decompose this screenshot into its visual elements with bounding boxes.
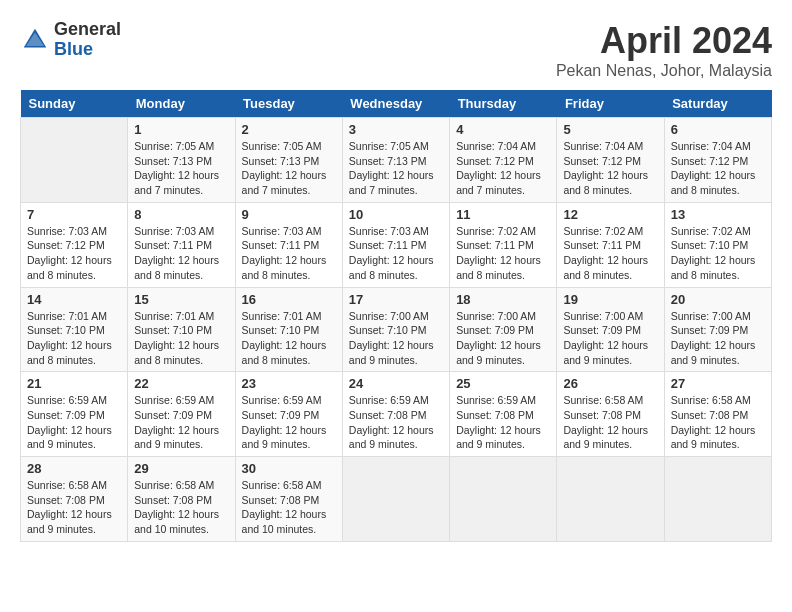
- day-number: 21: [27, 376, 121, 391]
- day-number: 18: [456, 292, 550, 307]
- day-number: 29: [134, 461, 228, 476]
- day-info: Sunrise: 7:00 AM Sunset: 7:09 PM Dayligh…: [456, 309, 550, 368]
- calendar-cell: 19Sunrise: 7:00 AM Sunset: 7:09 PM Dayli…: [557, 287, 664, 372]
- day-number: 6: [671, 122, 765, 137]
- day-number: 14: [27, 292, 121, 307]
- day-number: 20: [671, 292, 765, 307]
- day-number: 24: [349, 376, 443, 391]
- calendar-cell: 4Sunrise: 7:04 AM Sunset: 7:12 PM Daylig…: [450, 118, 557, 203]
- day-number: 7: [27, 207, 121, 222]
- page-title: April 2024: [556, 20, 772, 62]
- logo-blue-text: Blue: [54, 40, 121, 60]
- calendar-cell: 2Sunrise: 7:05 AM Sunset: 7:13 PM Daylig…: [235, 118, 342, 203]
- day-info: Sunrise: 7:04 AM Sunset: 7:12 PM Dayligh…: [563, 139, 657, 198]
- calendar-cell: 16Sunrise: 7:01 AM Sunset: 7:10 PM Dayli…: [235, 287, 342, 372]
- calendar-week-row: 7Sunrise: 7:03 AM Sunset: 7:12 PM Daylig…: [21, 202, 772, 287]
- logo-text: General Blue: [54, 20, 121, 60]
- day-info: Sunrise: 7:00 AM Sunset: 7:09 PM Dayligh…: [671, 309, 765, 368]
- day-number: 22: [134, 376, 228, 391]
- calendar-cell: 10Sunrise: 7:03 AM Sunset: 7:11 PM Dayli…: [342, 202, 449, 287]
- day-info: Sunrise: 7:04 AM Sunset: 7:12 PM Dayligh…: [671, 139, 765, 198]
- day-number: 30: [242, 461, 336, 476]
- day-info: Sunrise: 7:01 AM Sunset: 7:10 PM Dayligh…: [242, 309, 336, 368]
- day-info: Sunrise: 6:58 AM Sunset: 7:08 PM Dayligh…: [563, 393, 657, 452]
- calendar-week-row: 1Sunrise: 7:05 AM Sunset: 7:13 PM Daylig…: [21, 118, 772, 203]
- day-info: Sunrise: 7:02 AM Sunset: 7:11 PM Dayligh…: [563, 224, 657, 283]
- calendar-day-header: Sunday: [21, 90, 128, 118]
- calendar-day-header: Friday: [557, 90, 664, 118]
- calendar-day-header: Monday: [128, 90, 235, 118]
- day-info: Sunrise: 7:02 AM Sunset: 7:11 PM Dayligh…: [456, 224, 550, 283]
- day-number: 25: [456, 376, 550, 391]
- calendar-cell: 29Sunrise: 6:58 AM Sunset: 7:08 PM Dayli…: [128, 457, 235, 542]
- calendar-cell: 9Sunrise: 7:03 AM Sunset: 7:11 PM Daylig…: [235, 202, 342, 287]
- calendar-header-row: SundayMondayTuesdayWednesdayThursdayFrid…: [21, 90, 772, 118]
- day-info: Sunrise: 6:59 AM Sunset: 7:09 PM Dayligh…: [134, 393, 228, 452]
- day-info: Sunrise: 7:05 AM Sunset: 7:13 PM Dayligh…: [349, 139, 443, 198]
- calendar-cell: 21Sunrise: 6:59 AM Sunset: 7:09 PM Dayli…: [21, 372, 128, 457]
- day-number: 3: [349, 122, 443, 137]
- calendar-cell: 14Sunrise: 7:01 AM Sunset: 7:10 PM Dayli…: [21, 287, 128, 372]
- calendar-day-header: Thursday: [450, 90, 557, 118]
- day-number: 28: [27, 461, 121, 476]
- calendar-cell: 23Sunrise: 6:59 AM Sunset: 7:09 PM Dayli…: [235, 372, 342, 457]
- calendar-cell: 30Sunrise: 6:58 AM Sunset: 7:08 PM Dayli…: [235, 457, 342, 542]
- logo: General Blue: [20, 20, 121, 60]
- day-number: 17: [349, 292, 443, 307]
- day-info: Sunrise: 6:58 AM Sunset: 7:08 PM Dayligh…: [671, 393, 765, 452]
- calendar-cell: [342, 457, 449, 542]
- day-number: 23: [242, 376, 336, 391]
- logo-general-text: General: [54, 20, 121, 40]
- calendar-cell: [450, 457, 557, 542]
- day-info: Sunrise: 6:59 AM Sunset: 7:08 PM Dayligh…: [349, 393, 443, 452]
- day-number: 27: [671, 376, 765, 391]
- calendar-week-row: 14Sunrise: 7:01 AM Sunset: 7:10 PM Dayli…: [21, 287, 772, 372]
- title-block: April 2024 Pekan Nenas, Johor, Malaysia: [556, 20, 772, 80]
- day-number: 13: [671, 207, 765, 222]
- day-number: 5: [563, 122, 657, 137]
- day-number: 8: [134, 207, 228, 222]
- calendar-cell: 15Sunrise: 7:01 AM Sunset: 7:10 PM Dayli…: [128, 287, 235, 372]
- calendar-cell: 1Sunrise: 7:05 AM Sunset: 7:13 PM Daylig…: [128, 118, 235, 203]
- calendar-day-header: Tuesday: [235, 90, 342, 118]
- calendar-cell: [21, 118, 128, 203]
- day-number: 11: [456, 207, 550, 222]
- calendar-cell: 6Sunrise: 7:04 AM Sunset: 7:12 PM Daylig…: [664, 118, 771, 203]
- page-header: General Blue April 2024 Pekan Nenas, Joh…: [20, 20, 772, 80]
- day-info: Sunrise: 7:03 AM Sunset: 7:11 PM Dayligh…: [134, 224, 228, 283]
- day-info: Sunrise: 6:58 AM Sunset: 7:08 PM Dayligh…: [242, 478, 336, 537]
- calendar-cell: 12Sunrise: 7:02 AM Sunset: 7:11 PM Dayli…: [557, 202, 664, 287]
- calendar-cell: 18Sunrise: 7:00 AM Sunset: 7:09 PM Dayli…: [450, 287, 557, 372]
- day-number: 10: [349, 207, 443, 222]
- day-number: 15: [134, 292, 228, 307]
- day-info: Sunrise: 7:03 AM Sunset: 7:11 PM Dayligh…: [242, 224, 336, 283]
- calendar-cell: 5Sunrise: 7:04 AM Sunset: 7:12 PM Daylig…: [557, 118, 664, 203]
- calendar-cell: 27Sunrise: 6:58 AM Sunset: 7:08 PM Dayli…: [664, 372, 771, 457]
- day-info: Sunrise: 7:05 AM Sunset: 7:13 PM Dayligh…: [134, 139, 228, 198]
- day-number: 1: [134, 122, 228, 137]
- calendar-cell: 26Sunrise: 6:58 AM Sunset: 7:08 PM Dayli…: [557, 372, 664, 457]
- day-number: 2: [242, 122, 336, 137]
- day-info: Sunrise: 7:00 AM Sunset: 7:09 PM Dayligh…: [563, 309, 657, 368]
- day-info: Sunrise: 7:05 AM Sunset: 7:13 PM Dayligh…: [242, 139, 336, 198]
- day-info: Sunrise: 6:58 AM Sunset: 7:08 PM Dayligh…: [134, 478, 228, 537]
- day-info: Sunrise: 7:01 AM Sunset: 7:10 PM Dayligh…: [27, 309, 121, 368]
- calendar-cell: [664, 457, 771, 542]
- calendar-cell: 11Sunrise: 7:02 AM Sunset: 7:11 PM Dayli…: [450, 202, 557, 287]
- day-info: Sunrise: 6:59 AM Sunset: 7:08 PM Dayligh…: [456, 393, 550, 452]
- calendar-cell: 13Sunrise: 7:02 AM Sunset: 7:10 PM Dayli…: [664, 202, 771, 287]
- day-number: 16: [242, 292, 336, 307]
- day-info: Sunrise: 7:01 AM Sunset: 7:10 PM Dayligh…: [134, 309, 228, 368]
- calendar-cell: 3Sunrise: 7:05 AM Sunset: 7:13 PM Daylig…: [342, 118, 449, 203]
- calendar-day-header: Saturday: [664, 90, 771, 118]
- calendar-cell: 7Sunrise: 7:03 AM Sunset: 7:12 PM Daylig…: [21, 202, 128, 287]
- calendar-table: SundayMondayTuesdayWednesdayThursdayFrid…: [20, 90, 772, 542]
- day-number: 19: [563, 292, 657, 307]
- day-info: Sunrise: 7:03 AM Sunset: 7:12 PM Dayligh…: [27, 224, 121, 283]
- day-info: Sunrise: 7:00 AM Sunset: 7:10 PM Dayligh…: [349, 309, 443, 368]
- calendar-cell: 8Sunrise: 7:03 AM Sunset: 7:11 PM Daylig…: [128, 202, 235, 287]
- calendar-cell: 24Sunrise: 6:59 AM Sunset: 7:08 PM Dayli…: [342, 372, 449, 457]
- day-info: Sunrise: 7:03 AM Sunset: 7:11 PM Dayligh…: [349, 224, 443, 283]
- calendar-cell: 17Sunrise: 7:00 AM Sunset: 7:10 PM Dayli…: [342, 287, 449, 372]
- calendar-cell: 22Sunrise: 6:59 AM Sunset: 7:09 PM Dayli…: [128, 372, 235, 457]
